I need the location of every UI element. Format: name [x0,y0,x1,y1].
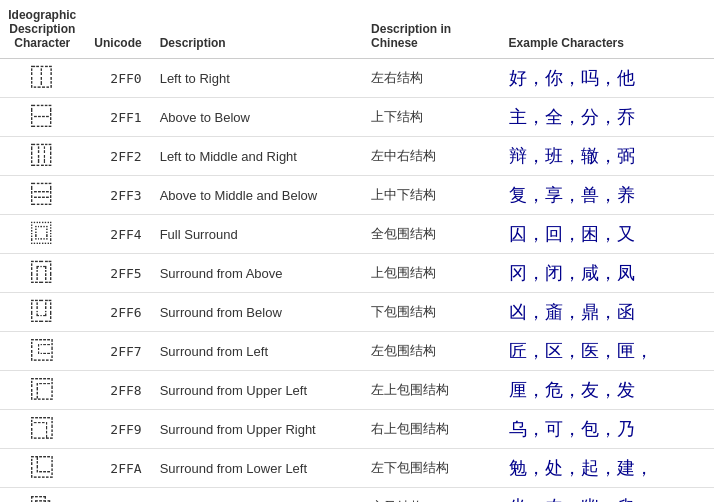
cell-chinese: 全包围结构 [365,215,502,254]
table-row: ⿶2FF6Surround from Below下包围结构凶，齑，鼎，函 [0,293,714,332]
main-table-container: Ideographic Description Character Unicod… [0,0,714,502]
header-idc: Ideographic Description Character [0,0,85,59]
cell-examples: 坐，农，幽，臾 [503,488,714,503]
cell-unicode: 2FF3 [85,176,154,215]
cell-chinese: 左上包围结构 [365,371,502,410]
header-chinese: Description in Chinese [365,0,502,59]
cell-unicode: 2FF7 [85,332,154,371]
cell-idc: ⿷ [0,332,85,371]
cell-description: Left to Middle and Right [154,137,365,176]
cell-chinese: 上中下结构 [365,176,502,215]
table-row: ⿷2FF7Surround from Left左包围结构匠，区，医，匣， [0,332,714,371]
header-description: Description [154,0,365,59]
cell-idc: ⿹ [0,410,85,449]
cell-chinese: 上包围结构 [365,254,502,293]
cell-unicode: 2FF8 [85,371,154,410]
cell-description: Surround from Lower Left [154,449,365,488]
cell-examples: 复，享，兽，养 [503,176,714,215]
cell-unicode: 2FF1 [85,98,154,137]
header-examples: Example Characters [503,0,714,59]
cell-examples: 厘，危，友，发 [503,371,714,410]
table-row: ⿴2FF4Full Surround全包围结构囚，回，困，又 [0,215,714,254]
cell-idc: ⿱ [0,98,85,137]
table-header-row: Ideographic Description Character Unicod… [0,0,714,59]
cell-idc: ⿺ [0,449,85,488]
table-row: ⿰2FF0Left to Right左右结构好，你，吗，他 [0,59,714,98]
cell-examples: 乌，可，包，乃 [503,410,714,449]
cell-chinese: 左包围结构 [365,332,502,371]
cell-chinese: 下包围结构 [365,293,502,332]
cell-chinese: 左右结构 [365,59,502,98]
cell-idc: ⿸ [0,371,85,410]
cell-idc: ⿳ [0,176,85,215]
cell-chinese: 左下包围结构 [365,449,502,488]
cell-examples: 主，全，分，乔 [503,98,714,137]
cell-chinese: 左中右结构 [365,137,502,176]
table-row: ⿵2FF5Surround from Above上包围结构冈，闭，咸，凤 [0,254,714,293]
header-unicode: Unicode [85,0,154,59]
cell-unicode: 2FF5 [85,254,154,293]
cell-idc: ⿶ [0,293,85,332]
table-body: ⿰2FF0Left to Right左右结构好，你，吗，他⿱2FF1Above … [0,59,714,503]
cell-examples: 勉，处，起，建， [503,449,714,488]
cell-unicode: 2FF0 [85,59,154,98]
cell-description: Above to Below [154,98,365,137]
cell-description: Surround from Upper Right [154,410,365,449]
table-row: ⿱2FF1Above to Below上下结构主，全，分，乔 [0,98,714,137]
cell-examples: 好，你，吗，他 [503,59,714,98]
cell-idc: ⿲ [0,137,85,176]
cell-idc: ⿻ [0,488,85,503]
cell-idc: ⿴ [0,215,85,254]
table-row: ⿺2FFASurround from Lower Left左下包围结构勉，处，起… [0,449,714,488]
table-row: ⿳2FF3Above to Middle and Below上中下结构复，享，兽… [0,176,714,215]
cell-description: Surround from Below [154,293,365,332]
cell-examples: 匠，区，医，匣， [503,332,714,371]
table-row: ⿻2FFBOverlaid交叉结构坐，农，幽，臾 [0,488,714,503]
cell-unicode: 2FF9 [85,410,154,449]
table-row: ⿲2FF2Left to Middle and Right左中右结构辩，班，辙，… [0,137,714,176]
cell-description: Overlaid [154,488,365,503]
cell-examples: 冈，闭，咸，凤 [503,254,714,293]
table-row: ⿹2FF9Surround from Upper Right右上包围结构乌，可，… [0,410,714,449]
idc-table: Ideographic Description Character Unicod… [0,0,714,502]
cell-chinese: 右上包围结构 [365,410,502,449]
cell-chinese: 交叉结构 [365,488,502,503]
cell-description: Surround from Upper Left [154,371,365,410]
cell-idc: ⿰ [0,59,85,98]
cell-description: Above to Middle and Below [154,176,365,215]
cell-examples: 辩，班，辙，弼 [503,137,714,176]
cell-description: Full Surround [154,215,365,254]
table-row: ⿸2FF8Surround from Upper Left左上包围结构厘，危，友… [0,371,714,410]
cell-examples: 囚，回，困，又 [503,215,714,254]
cell-unicode: 2FFB [85,488,154,503]
cell-description: Surround from Left [154,332,365,371]
cell-unicode: 2FF6 [85,293,154,332]
cell-description: Left to Right [154,59,365,98]
cell-chinese: 上下结构 [365,98,502,137]
cell-unicode: 2FF4 [85,215,154,254]
cell-unicode: 2FFA [85,449,154,488]
cell-idc: ⿵ [0,254,85,293]
cell-unicode: 2FF2 [85,137,154,176]
cell-description: Surround from Above [154,254,365,293]
cell-examples: 凶，齑，鼎，函 [503,293,714,332]
